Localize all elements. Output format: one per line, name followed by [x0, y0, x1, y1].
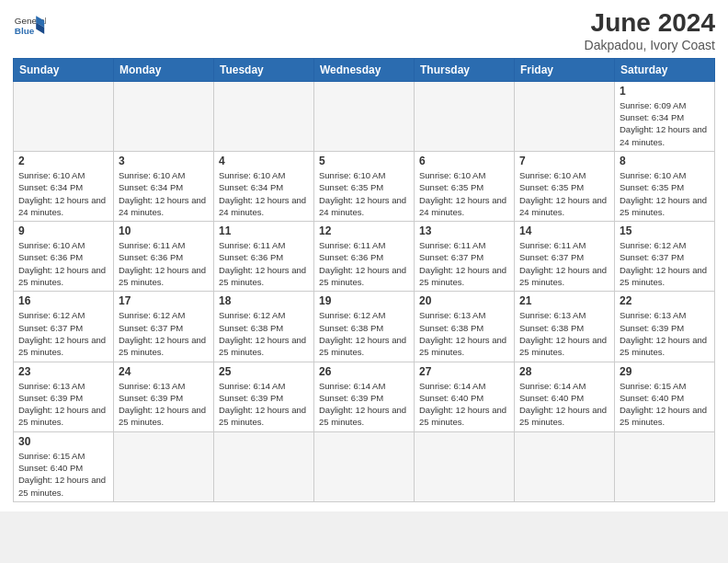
- day-info: Sunrise: 6:10 AMSunset: 6:35 PMDaylight:…: [419, 169, 509, 218]
- table-row: [114, 431, 214, 501]
- day-info: Sunrise: 6:14 AMSunset: 6:40 PMDaylight:…: [519, 380, 609, 429]
- day-info: Sunrise: 6:10 AMSunset: 6:35 PMDaylight:…: [319, 169, 409, 218]
- calendar-week-row: 23Sunrise: 6:13 AMSunset: 6:39 PMDayligh…: [14, 362, 715, 431]
- day-info: Sunrise: 6:15 AMSunset: 6:40 PMDaylight:…: [18, 450, 108, 499]
- day-info: Sunrise: 6:12 AMSunset: 6:38 PMDaylight:…: [319, 309, 409, 358]
- day-info: Sunrise: 6:14 AMSunset: 6:39 PMDaylight:…: [319, 380, 409, 429]
- table-row: [314, 431, 415, 501]
- table-row: 15Sunrise: 6:12 AMSunset: 6:37 PMDayligh…: [615, 222, 715, 292]
- table-row: 26Sunrise: 6:14 AMSunset: 6:39 PMDayligh…: [314, 362, 415, 431]
- day-info: Sunrise: 6:13 AMSunset: 6:39 PMDaylight:…: [119, 380, 209, 429]
- day-info: Sunrise: 6:11 AMSunset: 6:36 PMDaylight:…: [219, 239, 309, 288]
- day-number: 4: [219, 155, 309, 167]
- day-number: 2: [18, 155, 108, 167]
- day-info: Sunrise: 6:13 AMSunset: 6:39 PMDaylight:…: [620, 309, 710, 358]
- title-area: June 2024 Dakpadou, Ivory Coast: [585, 9, 715, 52]
- table-row: [114, 81, 214, 151]
- generalblue-logo-icon: General Blue: [13, 9, 46, 42]
- day-number: 9: [18, 224, 108, 237]
- table-row: 13Sunrise: 6:11 AMSunset: 6:37 PMDayligh…: [415, 222, 515, 292]
- day-number: 20: [419, 294, 509, 307]
- table-row: 17Sunrise: 6:12 AMSunset: 6:37 PMDayligh…: [114, 292, 214, 362]
- day-number: 27: [419, 365, 509, 378]
- day-number: 15: [620, 224, 710, 237]
- table-row: 5Sunrise: 6:10 AMSunset: 6:35 PMDaylight…: [314, 151, 415, 221]
- col-monday: Monday: [114, 58, 214, 81]
- day-number: 1: [620, 85, 710, 98]
- day-info: Sunrise: 6:12 AMSunset: 6:38 PMDaylight:…: [219, 309, 309, 358]
- calendar-header-row: Sunday Monday Tuesday Wednesday Thursday…: [14, 58, 715, 81]
- table-row: [515, 81, 615, 151]
- table-row: 19Sunrise: 6:12 AMSunset: 6:38 PMDayligh…: [314, 292, 415, 362]
- day-number: 16: [18, 294, 108, 307]
- day-number: 13: [419, 224, 509, 237]
- day-number: 25: [219, 365, 309, 378]
- day-number: 18: [219, 294, 309, 307]
- day-number: 5: [319, 155, 409, 167]
- table-row: 29Sunrise: 6:15 AMSunset: 6:40 PMDayligh…: [615, 362, 715, 431]
- day-info: Sunrise: 6:10 AMSunset: 6:36 PMDaylight:…: [18, 239, 108, 288]
- table-row: [615, 431, 715, 501]
- table-row: 16Sunrise: 6:12 AMSunset: 6:37 PMDayligh…: [14, 292, 114, 362]
- day-number: 21: [519, 294, 609, 307]
- col-saturday: Saturday: [615, 58, 715, 81]
- logo: General Blue: [13, 9, 46, 42]
- day-number: 11: [219, 224, 309, 237]
- col-thursday: Thursday: [415, 58, 515, 81]
- day-number: 28: [519, 365, 609, 378]
- day-info: Sunrise: 6:12 AMSunset: 6:37 PMDaylight:…: [119, 309, 209, 358]
- header: General Blue June 2024 Dakpadou, Ivory C…: [13, 9, 715, 52]
- day-info: Sunrise: 6:11 AMSunset: 6:36 PMDaylight:…: [319, 239, 409, 288]
- day-number: 26: [319, 365, 409, 378]
- day-number: 8: [620, 155, 710, 167]
- col-friday: Friday: [515, 58, 615, 81]
- calendar-week-row: 2Sunrise: 6:10 AMSunset: 6:34 PMDaylight…: [14, 151, 715, 221]
- month-title: June 2024: [585, 9, 715, 38]
- table-row: 11Sunrise: 6:11 AMSunset: 6:36 PMDayligh…: [214, 222, 314, 292]
- day-info: Sunrise: 6:13 AMSunset: 6:38 PMDaylight:…: [419, 309, 509, 358]
- calendar-week-row: 1Sunrise: 6:09 AMSunset: 6:34 PMDaylight…: [14, 81, 715, 151]
- table-row: 24Sunrise: 6:13 AMSunset: 6:39 PMDayligh…: [114, 362, 214, 431]
- day-info: Sunrise: 6:14 AMSunset: 6:39 PMDaylight:…: [219, 380, 309, 429]
- table-row: 14Sunrise: 6:11 AMSunset: 6:37 PMDayligh…: [515, 222, 615, 292]
- col-wednesday: Wednesday: [314, 58, 415, 81]
- table-row: 6Sunrise: 6:10 AMSunset: 6:35 PMDaylight…: [415, 151, 515, 221]
- day-number: 22: [620, 294, 710, 307]
- table-row: [415, 431, 515, 501]
- table-row: 10Sunrise: 6:11 AMSunset: 6:36 PMDayligh…: [114, 222, 214, 292]
- day-info: Sunrise: 6:12 AMSunset: 6:37 PMDaylight:…: [620, 239, 710, 288]
- table-row: 22Sunrise: 6:13 AMSunset: 6:39 PMDayligh…: [615, 292, 715, 362]
- day-info: Sunrise: 6:13 AMSunset: 6:38 PMDaylight:…: [519, 309, 609, 358]
- col-tuesday: Tuesday: [214, 58, 314, 81]
- calendar-week-row: 30Sunrise: 6:15 AMSunset: 6:40 PMDayligh…: [14, 431, 715, 501]
- day-number: 10: [119, 224, 209, 237]
- calendar-table: Sunday Monday Tuesday Wednesday Thursday…: [13, 58, 715, 502]
- svg-text:Blue: Blue: [15, 26, 35, 36]
- table-row: 12Sunrise: 6:11 AMSunset: 6:36 PMDayligh…: [314, 222, 415, 292]
- calendar-week-row: 16Sunrise: 6:12 AMSunset: 6:37 PMDayligh…: [14, 292, 715, 362]
- table-row: 21Sunrise: 6:13 AMSunset: 6:38 PMDayligh…: [515, 292, 615, 362]
- table-row: 2Sunrise: 6:10 AMSunset: 6:34 PMDaylight…: [14, 151, 114, 221]
- day-info: Sunrise: 6:10 AMSunset: 6:35 PMDaylight:…: [620, 169, 710, 218]
- day-number: 3: [119, 155, 209, 167]
- table-row: 20Sunrise: 6:13 AMSunset: 6:38 PMDayligh…: [415, 292, 515, 362]
- day-info: Sunrise: 6:14 AMSunset: 6:40 PMDaylight:…: [419, 380, 509, 429]
- table-row: 23Sunrise: 6:13 AMSunset: 6:39 PMDayligh…: [14, 362, 114, 431]
- day-number: 14: [519, 224, 609, 237]
- day-number: 17: [119, 294, 209, 307]
- day-number: 24: [119, 365, 209, 378]
- day-number: 6: [419, 155, 509, 167]
- day-number: 30: [18, 435, 108, 448]
- table-row: [515, 431, 615, 501]
- location: Dakpadou, Ivory Coast: [585, 38, 715, 52]
- day-info: Sunrise: 6:10 AMSunset: 6:35 PMDaylight:…: [519, 169, 609, 218]
- table-row: [14, 81, 114, 151]
- day-info: Sunrise: 6:09 AMSunset: 6:34 PMDaylight:…: [620, 99, 710, 148]
- day-info: Sunrise: 6:11 AMSunset: 6:37 PMDaylight:…: [419, 239, 509, 288]
- table-row: 4Sunrise: 6:10 AMSunset: 6:34 PMDaylight…: [214, 151, 314, 221]
- table-row: 8Sunrise: 6:10 AMSunset: 6:35 PMDaylight…: [615, 151, 715, 221]
- table-row: [314, 81, 415, 151]
- table-row: 30Sunrise: 6:15 AMSunset: 6:40 PMDayligh…: [14, 431, 114, 501]
- table-row: 7Sunrise: 6:10 AMSunset: 6:35 PMDaylight…: [515, 151, 615, 221]
- table-row: [415, 81, 515, 151]
